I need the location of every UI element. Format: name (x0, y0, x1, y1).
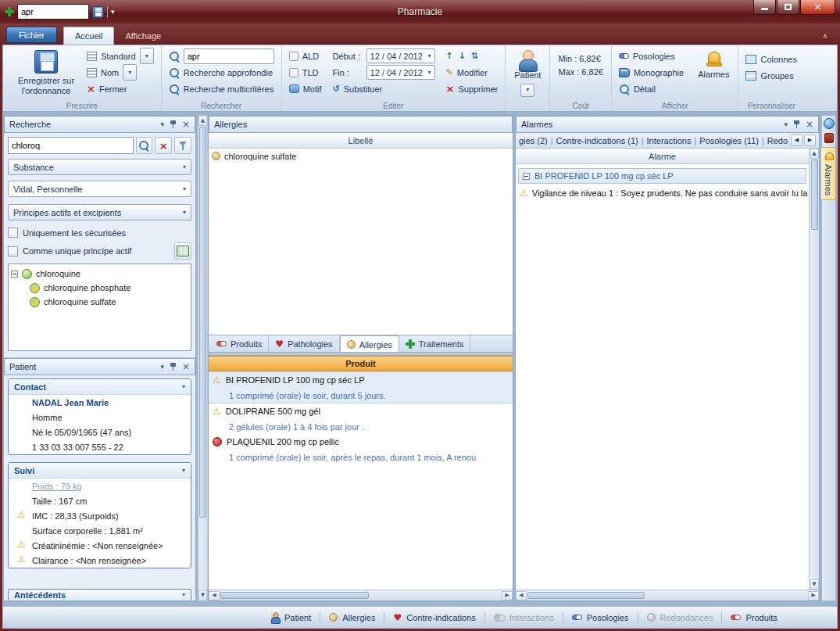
collapse-expander-icon[interactable] (11, 271, 18, 278)
detail-button[interactable]: Détail (617, 81, 686, 97)
poids-link[interactable]: Poids : 79 kg (32, 482, 82, 491)
calendar-dropdown-icon[interactable]: ▾ (428, 53, 431, 59)
scrollbar-thumb[interactable] (527, 592, 645, 599)
center-horizontal-scrollbar[interactable]: ◀ ▶ (209, 590, 513, 601)
filter-interactions[interactable]: Interactions (647, 136, 692, 145)
ribbon-collapse-icon[interactable]: ∧ (822, 33, 827, 40)
fermer-button[interactable]: ×Fermer (84, 81, 156, 97)
alarmes-button[interactable]: Alarmes (694, 48, 733, 99)
antecedents-header[interactable]: Antécédents▾ (8, 589, 191, 601)
panel-dropdown-icon[interactable]: ▾ (160, 121, 164, 128)
principes-dropdown[interactable]: Principes actifs et excipients▾ (8, 204, 191, 220)
scroll-right-button[interactable]: ▶ (808, 591, 819, 601)
panel-close-icon[interactable]: × (182, 362, 190, 371)
product-item-selected[interactable]: ⚠BI PROFENID LP 100 mg cp séc LP 1 compr… (209, 371, 513, 403)
panel-dropdown-icon[interactable]: ▾ (784, 121, 788, 128)
left-dock-scrollbar[interactable]: ▲ ▼ (198, 115, 208, 601)
pin-icon[interactable] (793, 120, 800, 129)
standard-dropdown[interactable]: Standard▾ (84, 48, 156, 64)
recherche-approfondie-button[interactable]: Recherche approfondie (166, 64, 277, 81)
globe-icon[interactable] (824, 118, 835, 129)
filter-scroll-left-button[interactable]: ◀ (791, 134, 802, 146)
search-filter-button[interactable] (174, 137, 191, 154)
tld-checkbox[interactable]: TLD (287, 64, 324, 81)
tab-affichage[interactable]: Affichage (114, 27, 172, 45)
tab-produits[interactable]: Produits (210, 335, 269, 352)
product-item[interactable]: ⚠DOLIPRANE 500 mg gél 2 gélules (orale) … (209, 403, 513, 434)
source-dropdown[interactable]: Vidal, Personnelle▾ (8, 181, 191, 197)
calendar-dropdown-icon[interactable]: ▾ (428, 70, 431, 76)
panel-close-icon[interactable]: × (806, 120, 813, 129)
scroll-up-button[interactable]: ▲ (810, 149, 819, 159)
date-fin-field[interactable]: 12 / 04 / 2012▾ (366, 65, 435, 80)
minimize-button[interactable] (753, 0, 776, 15)
allergy-row[interactable]: chloroquine sulfate (209, 149, 513, 163)
close-button[interactable]: × (800, 0, 835, 15)
status-posologies[interactable]: Posologies (570, 613, 631, 622)
maximize-button[interactable] (777, 0, 799, 15)
collapse-expander-icon[interactable] (523, 173, 530, 180)
tree-node-root[interactable]: chloroquine (11, 267, 188, 281)
search-go-button[interactable] (136, 137, 153, 154)
monographie-button[interactable]: Monographie (617, 64, 686, 81)
alarm-detail-row[interactable]: ⚠ Vigilance de niveau 1 : Soyez prudents… (516, 185, 809, 200)
filter-redondances[interactable]: Redo (767, 136, 788, 145)
chevron-down-icon[interactable]: ▾ (182, 468, 185, 474)
chevron-down-icon[interactable]: ▾ (182, 384, 185, 390)
motif-button[interactable]: Motif (287, 81, 324, 97)
scroll-down-button[interactable]: ▼ (198, 590, 207, 601)
substance-search-input[interactable] (8, 137, 134, 154)
quick-access-dropdown-icon[interactable]: ▾ (111, 9, 115, 16)
contact-box-header[interactable]: Contact▾ (9, 379, 191, 395)
scroll-left-button[interactable]: ◀ (209, 591, 220, 601)
scroll-left-button[interactable]: ◀ (516, 591, 527, 601)
posologies-button[interactable]: Posologies (617, 48, 686, 64)
scrollbar-thumb[interactable] (199, 127, 206, 518)
principe-actif-checkbox-box[interactable] (8, 246, 18, 256)
tab-fichier[interactable]: Fichier (6, 27, 57, 43)
principe-actif-checkbox[interactable]: Comme unique principe actif (8, 246, 131, 256)
filter-contre-indications[interactable]: Contre-indications (1) (556, 136, 638, 145)
panel-dropdown-icon[interactable]: ▾ (160, 364, 164, 371)
groupes-button[interactable]: Groupes (743, 67, 799, 84)
alarmes-side-tab[interactable]: Alarmes (821, 147, 836, 200)
tab-allergies[interactable]: Allergies (340, 335, 399, 353)
sort-icon[interactable]: ⇅ (471, 52, 478, 60)
move-up-icon[interactable]: ↑ (446, 52, 453, 60)
ribbon-search-input[interactable] (184, 48, 274, 64)
pin-icon[interactable] (170, 362, 177, 371)
alarm-vertical-scrollbar[interactable]: ▲ ▼ (809, 149, 819, 590)
filter-scroll-right-button[interactable]: ▶ (804, 134, 816, 146)
tab-pathologies[interactable]: ♥Pathologies (269, 335, 339, 352)
filter-posologies[interactable]: Posologies (11) (699, 136, 759, 145)
quick-search-input[interactable] (17, 4, 89, 20)
tab-accueil[interactable]: Accueil (63, 27, 114, 45)
scroll-right-button[interactable]: ▶ (502, 591, 513, 601)
document-red-icon[interactable] (824, 133, 834, 143)
status-produits[interactable]: Produits (729, 613, 778, 622)
scrollbar-thumb[interactable] (811, 160, 818, 230)
supprimer-button[interactable]: ×Supprimer (444, 81, 501, 97)
modifier-button[interactable]: ✎Modifier (444, 64, 501, 81)
filter-allergies[interactable]: gies (2) (519, 136, 548, 145)
alarme-column-header[interactable]: Alarme (516, 149, 809, 164)
tree-node-child[interactable]: chloroquine sulfate (30, 295, 188, 309)
colonnes-button[interactable]: Colonnes (743, 51, 799, 67)
ald-checkbox[interactable]: ALD (287, 48, 324, 64)
status-contre-indications[interactable]: ♥Contre-indications (391, 613, 477, 622)
recherche-multicriteres-button[interactable]: Recherche multicritères (166, 81, 277, 97)
scroll-down-button[interactable]: ▼ (810, 579, 819, 590)
equivalence-table-button[interactable] (174, 242, 191, 260)
tld-checkbox-box[interactable] (289, 68, 298, 77)
alarm-horizontal-scrollbar[interactable]: ◀ ▶ (516, 590, 819, 601)
enregistrer-ordonnance-button[interactable]: Enregistrer sur l'ordonnance (8, 48, 84, 99)
substituer-button[interactable]: ↺Substituer (331, 81, 438, 97)
securisees-checkbox[interactable]: Uniquement les sécurisées (8, 228, 191, 238)
save-icon[interactable] (92, 6, 104, 18)
move-down-icon[interactable]: ↓ (459, 52, 466, 60)
search-clear-button[interactable]: × (155, 137, 172, 154)
status-allergies[interactable]: Allergies (327, 613, 377, 622)
substance-type-dropdown[interactable]: Substance▾ (8, 159, 191, 175)
libelle-column-header[interactable]: Libellé (209, 133, 513, 149)
tree-node-child[interactable]: chloroquine phosphate (30, 281, 188, 295)
